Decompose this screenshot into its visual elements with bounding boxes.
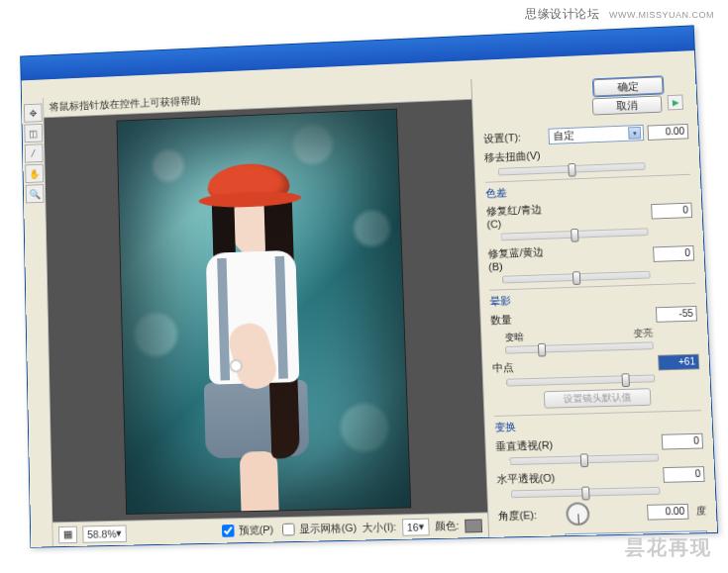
straighten-tool-icon[interactable]: ◫	[24, 124, 43, 143]
watermark-url: WWW.MISSYUAN.COM	[609, 10, 714, 20]
angle-value[interactable]: 0.00	[647, 504, 688, 521]
reset-lens-defaults-button[interactable]: 设置镜头默认值	[543, 388, 651, 409]
lighten-label: 变亮	[633, 327, 653, 340]
vignette-amount-label: 数量	[490, 311, 553, 327]
canvas[interactable]	[44, 100, 487, 523]
fix-red-cyan-slider[interactable]	[500, 228, 648, 240]
vignette-midpoint-label: 中点	[492, 358, 555, 374]
watermark-bottom: 昙花再现	[625, 534, 712, 561]
horizontal-perspective-slider[interactable]	[511, 487, 661, 498]
settings-value[interactable]: 0.00	[647, 123, 688, 140]
watermark-text: 思缘设计论坛	[525, 7, 599, 21]
grid-color-swatch[interactable]	[465, 519, 482, 532]
move-tool-icon[interactable]: ✥	[23, 104, 42, 123]
show-grid-checkbox[interactable]: 显示网格(G)	[278, 519, 357, 538]
darken-label: 变暗	[504, 331, 524, 344]
settings-label: 设置(T):	[483, 130, 545, 146]
zoom-tool-icon[interactable]: 🔍	[25, 184, 44, 203]
angle-dial[interactable]	[566, 502, 590, 525]
settings-combo[interactable]: 自定▾	[548, 125, 644, 144]
remove-distortion-slider[interactable]	[498, 162, 646, 175]
horizontal-perspective-label: 水平透视(O)	[496, 470, 567, 486]
zoom-field[interactable]: 58.8% ▾	[82, 525, 127, 542]
fix-blue-yellow-value[interactable]: 0	[653, 245, 694, 262]
fix-red-cyan-value[interactable]: 0	[651, 202, 692, 219]
fix-blue-yellow-label: 修复蓝/黄边(B)	[487, 244, 558, 272]
horizontal-perspective-value[interactable]: 0	[663, 466, 704, 483]
preview-area: 将鼠标指针放在控件上可获得帮助 ▦ 58.8% ▾ 预览(P) 显	[44, 79, 488, 546]
titlebar-gradient	[21, 26, 694, 80]
vignette-midpoint-slider[interactable]	[506, 374, 655, 386]
angle-label: 角度(E):	[498, 507, 561, 523]
fix-red-cyan-label: 修复红/青边(C)	[486, 202, 557, 230]
remove-distortion-label: 移去扭曲(V)	[484, 148, 554, 165]
ruler-tool-icon[interactable]: ∕	[24, 143, 43, 162]
grid-size-label: 大小(I):	[363, 520, 397, 534]
watermark-top: 思缘设计论坛 WWW.MISSYUAN.COM	[525, 6, 714, 23]
settings-panel: 确定 取消 ▶ 设置(T): 自定▾ 0.00 移去扭曲(V) 色差 修复红/青…	[470, 69, 717, 537]
preview-image	[117, 110, 410, 514]
angle-unit: 度	[696, 505, 707, 519]
nav-thumbnail-icon[interactable]: ▦	[58, 525, 77, 543]
vignette-title: 晕影	[489, 288, 696, 309]
panel-menu-icon[interactable]: ▶	[668, 95, 683, 111]
lens-correction-dialog: 镜头校正 (58.8%) ✥ ◫ ∕ ✋ 🔍 将鼠标指针放在控件上可获得帮助	[20, 25, 718, 547]
ok-button[interactable]: 确定	[593, 76, 664, 96]
fix-blue-yellow-slider[interactable]	[502, 271, 650, 284]
grid-color-label: 颜色:	[435, 519, 460, 533]
vertical-perspective-slider[interactable]	[509, 454, 659, 466]
cancel-button[interactable]: 取消	[592, 95, 663, 115]
preview-checkbox[interactable]: 预览(P)	[218, 521, 273, 540]
transform-title: 变换	[494, 415, 702, 434]
hand-tool-icon[interactable]: ✋	[25, 164, 44, 183]
vignette-midpoint-value[interactable]: +61	[658, 354, 699, 371]
vignette-amount-value[interactable]: -55	[656, 306, 697, 323]
vertical-perspective-label: 垂直透视(R)	[495, 437, 566, 453]
vertical-perspective-value[interactable]: 0	[662, 433, 703, 450]
grid-size-field[interactable]: 16 ▾	[402, 518, 430, 535]
edge-label: 边缘(G):	[499, 534, 562, 537]
